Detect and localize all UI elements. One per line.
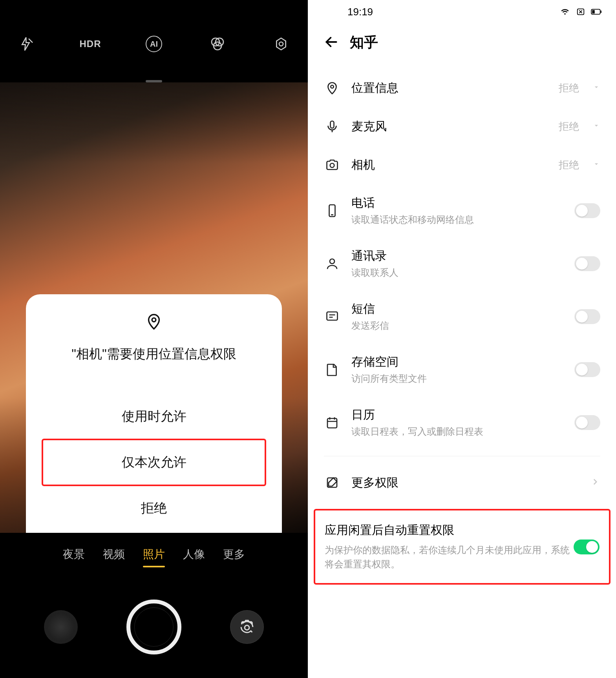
perm-camera[interactable]: 相机 拒绝 bbox=[324, 146, 600, 184]
viewfinder[interactable]: "相机"需要使用位置信息权限 使用时允许 仅本次允许 拒绝 bbox=[0, 82, 308, 533]
svg-rect-10 bbox=[592, 10, 594, 14]
microphone-icon bbox=[324, 118, 340, 135]
wifi-icon bbox=[559, 7, 570, 16]
shutter-button[interactable] bbox=[126, 600, 181, 654]
permission-dialog: "相机"需要使用位置信息权限 使用时允许 仅本次允许 拒绝 bbox=[26, 294, 282, 533]
mode-video[interactable]: 视频 bbox=[103, 547, 125, 562]
page-title: 知乎 bbox=[350, 33, 378, 52]
deny-button[interactable]: 拒绝 bbox=[42, 486, 266, 530]
camera-icon bbox=[324, 157, 340, 173]
auto-reset-section: 应用闲置后自动重置权限 为保护你的数据隐私，若你连续几个月未使用此应用，系统将会… bbox=[314, 509, 611, 585]
toggle[interactable] bbox=[574, 415, 600, 430]
back-button[interactable] bbox=[324, 35, 339, 51]
data-icon bbox=[575, 7, 586, 16]
perm-phone[interactable]: 电话 读取通话状态和移动网络信息 bbox=[324, 184, 600, 237]
mode-more[interactable]: 更多 bbox=[223, 547, 245, 562]
app-permissions-screen: 19:19 知乎 位置信息 拒绝 麦克风 拒绝 相机 拒绝 bbox=[308, 0, 616, 678]
svg-point-17 bbox=[330, 259, 335, 264]
camera-controls bbox=[0, 576, 308, 678]
switch-camera-button[interactable] bbox=[230, 610, 264, 644]
auto-reset-subtitle: 为保护你的数据隐私，若你连续几个月未使用此应用，系统将会重置其权限。 bbox=[325, 543, 574, 571]
auto-reset-toggle[interactable] bbox=[574, 539, 600, 554]
more-permissions[interactable]: 更多权限 bbox=[324, 463, 600, 502]
storage-icon bbox=[324, 361, 340, 378]
ai-toggle[interactable]: AI bbox=[143, 33, 165, 55]
edit-icon bbox=[324, 474, 340, 491]
svg-point-14 bbox=[330, 163, 335, 168]
perm-storage[interactable]: 存储空间 访问所有类型文件 bbox=[324, 343, 600, 396]
hdr-toggle[interactable]: HDR bbox=[79, 33, 101, 55]
auto-reset-title: 应用闲置后自动重置权限 bbox=[325, 522, 574, 538]
mode-portrait[interactable]: 人像 bbox=[183, 547, 205, 562]
svg-rect-13 bbox=[331, 121, 334, 128]
settings-icon[interactable] bbox=[270, 33, 292, 55]
permission-list: 位置信息 拒绝 麦克风 拒绝 相机 拒绝 电话 读取通话状态和移动网络信息 bbox=[308, 69, 616, 678]
chevron-down-icon bbox=[592, 160, 600, 170]
toggle[interactable] bbox=[574, 309, 600, 324]
svg-line-0 bbox=[29, 39, 33, 43]
chevron-down-icon bbox=[592, 83, 600, 93]
gallery-thumb[interactable] bbox=[44, 610, 78, 644]
svg-marker-4 bbox=[276, 38, 285, 50]
perm-contacts[interactable]: 通讯录 读取联系人 bbox=[324, 237, 600, 290]
svg-point-6 bbox=[152, 318, 156, 322]
location-icon bbox=[145, 312, 163, 332]
chevron-right-icon bbox=[590, 477, 600, 488]
svg-point-5 bbox=[279, 42, 283, 46]
svg-rect-11 bbox=[601, 11, 601, 13]
toggle[interactable] bbox=[574, 256, 600, 271]
perm-sms[interactable]: 短信 发送彩信 bbox=[324, 290, 600, 343]
camera-screen: HDR AI "相机"需要使用位置信息权限 使用时允许 仅本次允许 拒绝 夜景 … bbox=[0, 0, 308, 678]
toggle[interactable] bbox=[574, 362, 600, 377]
mode-photo[interactable]: 照片 bbox=[143, 547, 165, 562]
sms-icon bbox=[324, 308, 340, 325]
svg-point-12 bbox=[331, 85, 334, 88]
perm-location[interactable]: 位置信息 拒绝 bbox=[324, 69, 600, 107]
allow-once-button[interactable]: 仅本次允许 bbox=[42, 439, 266, 486]
location-icon bbox=[324, 80, 340, 96]
page-header: 知乎 bbox=[308, 24, 616, 69]
calendar-icon bbox=[324, 414, 340, 431]
svg-rect-18 bbox=[327, 312, 338, 320]
camera-modes: 夜景 视频 照片 人像 更多 bbox=[0, 533, 308, 576]
dialog-title: "相机"需要使用位置信息权限 bbox=[71, 345, 236, 363]
contacts-icon bbox=[324, 255, 340, 272]
svg-rect-19 bbox=[327, 418, 337, 428]
toggle[interactable] bbox=[574, 203, 600, 218]
statusbar: 19:19 bbox=[308, 0, 616, 24]
chevron-down-icon bbox=[592, 122, 600, 131]
clock: 19:19 bbox=[347, 6, 373, 18]
allow-while-using-button[interactable]: 使用时允许 bbox=[42, 394, 266, 439]
camera-statusbar bbox=[0, 0, 308, 27]
phone-icon bbox=[324, 202, 340, 219]
flash-icon[interactable] bbox=[16, 33, 38, 55]
perm-microphone[interactable]: 麦克风 拒绝 bbox=[324, 107, 600, 146]
battery-icon bbox=[591, 7, 602, 16]
svg-point-7 bbox=[245, 625, 249, 630]
mode-night[interactable]: 夜景 bbox=[63, 547, 85, 562]
perm-calendar[interactable]: 日历 读取日程表，写入或删除日程表 bbox=[324, 396, 600, 449]
camera-topbar: HDR AI bbox=[0, 27, 308, 82]
filter-icon[interactable] bbox=[207, 33, 228, 55]
